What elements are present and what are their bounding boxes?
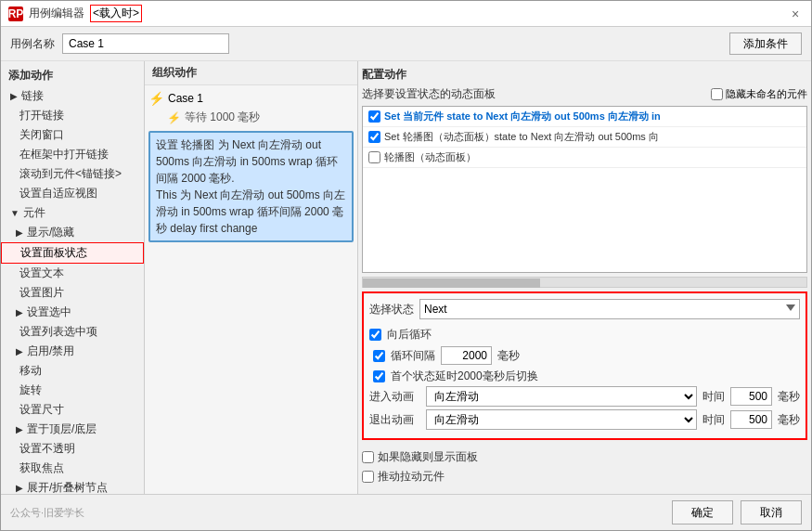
mid-panel-content: ⚡ Case 1 ⚡ 等待 1000 毫秒 设置 轮播图 为 Next 向左滑动…	[145, 85, 357, 494]
sidebar-item-rotate[interactable]: 旋转	[1, 381, 144, 400]
sidebar-item-links[interactable]: ▶ 链接	[1, 86, 144, 106]
sidebar-item-set-size[interactable]: 设置尺寸	[1, 400, 144, 420]
enter-time-input[interactable]	[730, 387, 772, 406]
first-state-delay-checkbox[interactable]	[373, 370, 385, 382]
cancel-button[interactable]: 取消	[741, 500, 802, 525]
right-panel: 配置动作 选择要设置状态的动态面板 隐藏未命名的元件 Set 当前元件 stat…	[358, 61, 811, 494]
state-select-wrapper: Next Previous State 1 State 2	[419, 299, 800, 319]
title-bar-left: RP 用例编辑器 <载入时>	[8, 5, 142, 22]
sidebar-item-set-list-item[interactable]: 设置列表选中项	[1, 322, 144, 342]
hide-unnamed-checkbox-area: 隐藏未命名的元件	[711, 87, 807, 101]
cycle-back-row: 向后循环	[369, 325, 800, 344]
sidebar-item-show-hide[interactable]: ▶ 显示/隐藏	[1, 223, 144, 242]
push-widgets-row: 推动拉动元件	[362, 467, 807, 486]
enter-anim-row: 进入动画 向左滑动 向右滑动 淡入淡出 时间 毫秒	[369, 386, 800, 407]
dialog: RP 用例编辑器 <载入时> × 用例名称 添加条件 添加动作 ▶ 链接 打开链…	[0, 0, 812, 531]
main-content: 添加动作 ▶ 链接 打开链接 关闭窗口 在框架中打开链接 滚动到元件<锚链接> …	[1, 61, 811, 494]
sidebar-item-tree-node-label: 展开/折叠树节点	[27, 480, 108, 494]
chevron-right-icon: ▶	[10, 91, 18, 101]
chevron-down-icon: ▼	[10, 208, 19, 218]
exit-time-unit: 毫秒	[778, 412, 800, 428]
sidebar-item-scroll-to[interactable]: 滚动到元件<锚链接>	[1, 164, 144, 184]
chevron-right-icon4: ▶	[16, 346, 23, 356]
cycle-interval-label: 循环间隔	[391, 348, 435, 364]
title-bar: RP 用例编辑器 <载入时> ×	[1, 1, 811, 27]
cycle-interval-option-row: 循环间隔 毫秒	[369, 344, 800, 367]
chevron-right-icon3: ▶	[16, 307, 23, 317]
exit-anim-label: 退出动画	[369, 412, 420, 428]
sidebar-item-focus[interactable]: 获取焦点	[1, 459, 144, 478]
state-row-2: Set 轮播图（动态面板）state to Next 向左滑动 out 500m…	[363, 127, 806, 148]
cycle-interval-input[interactable]	[441, 346, 492, 365]
sidebar-item-open-in-frame[interactable]: 在框架中打开链接	[1, 145, 144, 164]
sidebar-item-set-panel-state[interactable]: 设置面板状态	[1, 242, 144, 264]
first-state-delay-label: 首个状态延时2000毫秒后切换	[391, 369, 538, 384]
state-row-3: 轮播图（动态面板）	[363, 148, 806, 168]
state-row-1: Set 当前元件 state to Next 向左滑动 out 500ms 向左…	[363, 107, 806, 127]
wait-text: 等待 1000 毫秒	[185, 110, 260, 125]
cycle-back-label: 向后循环	[387, 327, 432, 343]
horizontal-scrollbar[interactable]	[362, 277, 807, 288]
sidebar-item-move[interactable]: 移动	[1, 361, 144, 381]
push-widgets-checkbox[interactable]	[362, 471, 374, 483]
sidebar-item-set-text[interactable]: 设置文本	[1, 264, 144, 283]
sidebar-item-tree-node[interactable]: ▶ 展开/折叠树节点	[1, 478, 144, 494]
chevron-right-icon2: ▶	[16, 227, 23, 238]
exit-anim-select[interactable]: 向左滑动 向右滑动 淡入淡出	[426, 409, 697, 430]
exit-time-input[interactable]	[730, 410, 772, 429]
sidebar-item-set-opacity[interactable]: 设置不透明	[1, 439, 144, 459]
confirm-button[interactable]: 确定	[672, 500, 733, 525]
sidebar-item-set-image[interactable]: 设置图片	[1, 283, 144, 303]
sidebar-item-z-order-label: 置于顶层/底层	[27, 421, 97, 437]
watermark: 公众号·旧爱学长	[10, 506, 84, 520]
show-if-hidden-checkbox[interactable]	[362, 451, 374, 463]
sidebar-item-enable-disable[interactable]: ▶ 启用/禁用	[1, 342, 144, 361]
state-row-3-checkbox[interactable]	[368, 151, 380, 163]
push-widgets-label: 推动拉动元件	[378, 469, 445, 485]
bottom-options: 如果隐藏则显示面板 推动拉动元件	[362, 444, 807, 490]
right-panel-header: 配置动作	[362, 65, 807, 86]
chevron-right-icon6: ▶	[16, 483, 23, 493]
case-name-input[interactable]	[62, 33, 229, 54]
enter-time-unit: 毫秒	[778, 389, 800, 405]
title-text: 用例编辑器	[29, 6, 84, 21]
footer: 公众号·旧爱学长 确定 取消	[1, 494, 811, 530]
close-button[interactable]: ×	[787, 6, 804, 22]
state-row-2-checkbox[interactable]	[368, 131, 380, 143]
add-condition-button[interactable]: 添加条件	[729, 32, 802, 55]
select-state-section: 选择状态 Next Previous State 1 State 2 向后循环	[362, 291, 807, 440]
state-row-3-text: 轮播图（动态面板）	[384, 150, 476, 164]
highlighted-action-block[interactable]: 设置 轮播图 为 Next 向左滑动 out 500ms 向左滑动 in 500…	[148, 131, 354, 242]
enter-anim-select[interactable]: 向左滑动 向右滑动 淡入淡出	[426, 386, 697, 407]
case-name-label: 用例名称	[10, 36, 55, 52]
enter-anim-label: 进入动画	[369, 389, 420, 405]
top-bar: 用例名称 添加条件	[1, 27, 811, 61]
select-panel-label: 选择要设置状态的动态面板	[362, 86, 496, 102]
show-if-hidden-row: 如果隐藏则显示面板	[362, 447, 807, 467]
sidebar-item-elements[interactable]: ▼ 元件	[1, 203, 144, 223]
mid-panel: 组织动作 ⚡ Case 1 ⚡ 等待 1000 毫秒 设置 轮播图 为 Next…	[145, 61, 358, 494]
state-row-1-checkbox[interactable]	[368, 110, 380, 123]
case-name: Case 1	[168, 92, 203, 105]
sidebar-item-set-selected[interactable]: ▶ 设置选中	[1, 303, 144, 322]
sidebar-item-adaptive-view[interactable]: 设置自适应视图	[1, 184, 144, 203]
sidebar-item-show-hide-label: 显示/隐藏	[27, 225, 74, 240]
app-icon: RP	[8, 6, 23, 21]
hide-unnamed-label: 隐藏未命名的元件	[726, 87, 807, 101]
sidebar-item-links-label: 链接	[21, 88, 44, 104]
state-row-1-text: Set 当前元件 state to Next 向左滑动 out 500ms 向左…	[384, 110, 661, 123]
chevron-right-icon5: ▶	[16, 424, 23, 434]
cycle-interval-checkbox[interactable]	[373, 350, 385, 362]
hide-unnamed-checkbox[interactable]	[711, 88, 723, 100]
sidebar-item-close-window[interactable]: 关闭窗口	[1, 125, 144, 145]
state-select[interactable]: Next Previous State 1 State 2	[419, 299, 800, 319]
title-highlight: <载入时>	[90, 5, 142, 22]
wait-icon: ⚡	[167, 111, 181, 124]
sidebar-item-open-link[interactable]: 打开链接	[1, 106, 144, 125]
state-row-2-text: Set 轮播图（动态面板）state to Next 向左滑动 out 500m…	[384, 130, 659, 144]
exit-anim-row: 退出动画 向左滑动 向右滑动 淡入淡出 时间 毫秒	[369, 409, 800, 430]
sidebar-item-elements-label: 元件	[23, 205, 45, 221]
cycle-back-checkbox[interactable]	[369, 329, 381, 341]
sidebar-item-z-order[interactable]: ▶ 置于顶层/底层	[1, 420, 144, 439]
exit-time-label: 时间	[702, 412, 725, 428]
